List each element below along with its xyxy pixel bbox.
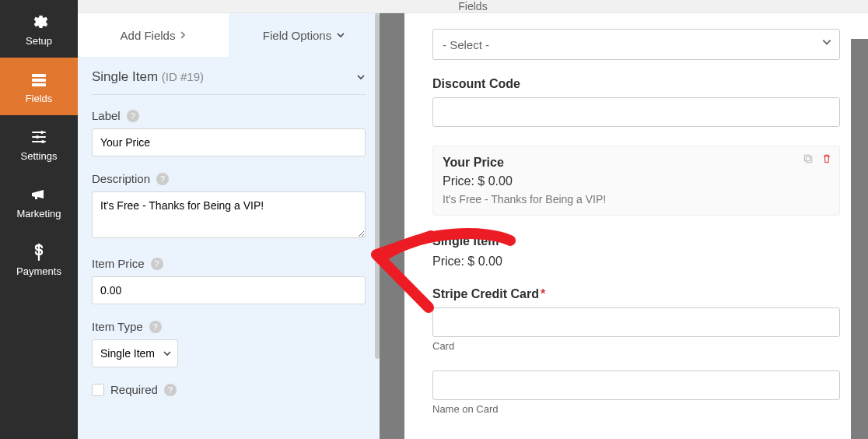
stripe-label: Stripe Credit Card* bbox=[432, 287, 840, 301]
sidebar-item-settings[interactable]: Settings bbox=[0, 115, 78, 173]
discount-code-label: Discount Code bbox=[432, 77, 840, 91]
help-icon[interactable]: ? bbox=[156, 173, 169, 185]
sidebar-item-payments[interactable]: Payments bbox=[0, 230, 78, 288]
chevron-right-icon bbox=[180, 30, 186, 40]
description-input[interactable]: It's Free - Thanks for Being a VIP! bbox=[92, 191, 366, 238]
chevron-down-icon bbox=[336, 32, 345, 38]
price-value: Price: $ 0.00 bbox=[432, 255, 840, 269]
sidebar-item-marketing[interactable]: Marketing bbox=[0, 173, 78, 230]
group-meta: (ID #19) bbox=[162, 70, 204, 83]
gutter bbox=[851, 39, 868, 439]
group-header[interactable]: Single Item (ID #19) bbox=[92, 57, 366, 95]
svg-rect-0 bbox=[32, 74, 46, 77]
preview-dropdown[interactable]: - Select - bbox=[432, 29, 840, 60]
label-field-label: Label bbox=[92, 109, 121, 122]
discount-code-input[interactable] bbox=[432, 97, 840, 127]
svg-point-5 bbox=[41, 140, 44, 143]
card-input[interactable] bbox=[432, 307, 840, 337]
name-sublabel: Name on Card bbox=[432, 403, 840, 415]
description-field-label: Description bbox=[92, 172, 150, 185]
svg-rect-6 bbox=[806, 156, 811, 162]
bullhorn-icon bbox=[29, 184, 49, 205]
gutter bbox=[380, 13, 404, 439]
scrollbar[interactable] bbox=[375, 13, 380, 359]
field-options-panel: Add Fields Field Options Single Item (ID… bbox=[78, 13, 380, 439]
item-type-field-label: Item Type bbox=[92, 320, 143, 333]
svg-rect-2 bbox=[32, 83, 46, 86]
item-type-select[interactable]: Single Item bbox=[92, 339, 178, 367]
single-item-label: Single Item bbox=[432, 234, 840, 248]
required-label: Required bbox=[110, 383, 158, 396]
sidebar-item-label: Fields bbox=[26, 93, 53, 104]
required-checkbox[interactable] bbox=[92, 384, 104, 396]
your-price-field-block[interactable]: Your Price Price: $ 0.00 It's Free - Tha… bbox=[432, 146, 840, 216]
tab-field-options[interactable]: Field Options bbox=[229, 13, 380, 57]
name-on-card-input[interactable] bbox=[432, 371, 840, 400]
help-icon[interactable]: ? bbox=[149, 321, 162, 333]
sidebar-item-label: Setup bbox=[26, 35, 52, 47]
sidebar-item-label: Settings bbox=[21, 150, 58, 162]
group-title: Single Item (ID #19) bbox=[92, 69, 204, 85]
sidebar-item-label: Marketing bbox=[16, 208, 61, 220]
required-asterisk: * bbox=[541, 287, 545, 300]
sliders-icon bbox=[29, 127, 49, 147]
help-icon[interactable]: ? bbox=[164, 384, 177, 396]
price-description: It's Free - Thanks for Being a VIP! bbox=[443, 193, 830, 205]
svg-point-4 bbox=[36, 135, 39, 139]
gear-icon bbox=[29, 12, 49, 32]
sidebar: Setup Fields Settings Marketing Payments bbox=[0, 0, 78, 439]
your-price-label: Your Price bbox=[443, 156, 830, 170]
label-input[interactable] bbox=[92, 128, 366, 156]
sidebar-item-label: Payments bbox=[16, 265, 61, 277]
tab-label: Add Fields bbox=[121, 29, 176, 42]
svg-rect-7 bbox=[804, 155, 810, 160]
page-header: Fields bbox=[78, 0, 868, 13]
card-sublabel: Card bbox=[432, 340, 840, 352]
help-icon[interactable]: ? bbox=[151, 258, 163, 270]
dollar-icon bbox=[29, 242, 49, 262]
fields-icon bbox=[29, 69, 49, 90]
tab-add-fields[interactable]: Add Fields bbox=[78, 13, 229, 57]
trash-icon[interactable] bbox=[821, 153, 833, 165]
sidebar-item-fields[interactable]: Fields bbox=[0, 58, 78, 115]
svg-point-3 bbox=[40, 131, 44, 134]
sidebar-item-setup[interactable]: Setup bbox=[0, 0, 78, 58]
svg-rect-1 bbox=[32, 79, 46, 82]
duplicate-icon[interactable] bbox=[802, 153, 814, 165]
tab-label: Field Options bbox=[263, 29, 331, 42]
price-value: Price: $ 0.00 bbox=[443, 174, 830, 188]
help-icon[interactable]: ? bbox=[127, 110, 139, 122]
item-price-input[interactable] bbox=[92, 276, 366, 304]
item-price-field-label: Item Price bbox=[92, 257, 145, 270]
chevron-down-icon bbox=[356, 74, 366, 80]
form-preview: - Select - Discount Code Your Price Pric… bbox=[404, 13, 868, 439]
page-title: Fields bbox=[458, 0, 487, 12]
